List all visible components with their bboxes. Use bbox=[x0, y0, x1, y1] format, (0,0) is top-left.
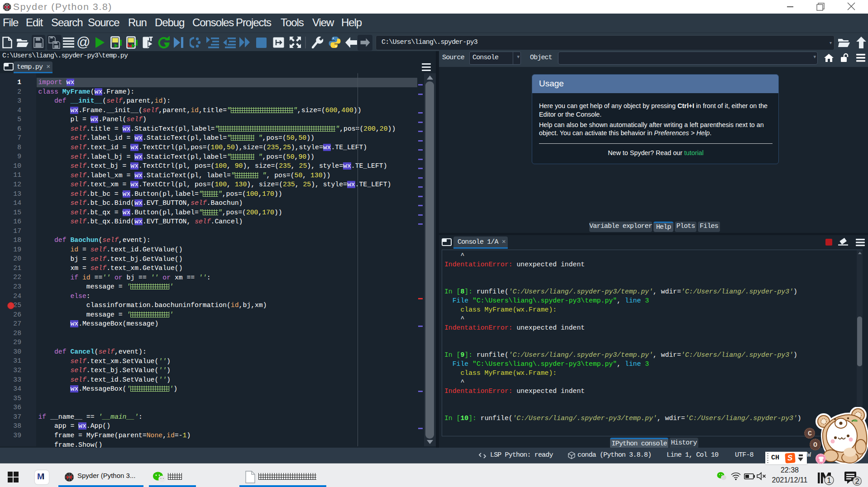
svg-text:1: 1 bbox=[827, 476, 831, 485]
svg-text:2: 2 bbox=[855, 477, 859, 485]
